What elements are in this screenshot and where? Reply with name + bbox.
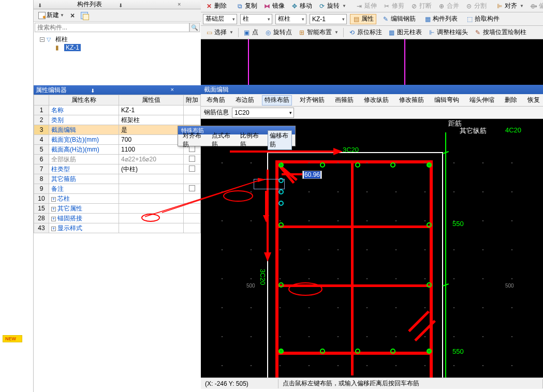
new-badge: NEW — [3, 335, 22, 342]
orig-annotate-button[interactable]: 原位标注 — [346, 27, 385, 38]
property-row[interactable]: 1 名称 KZ-1 — [34, 105, 201, 115]
delete-icon — [206, 3, 213, 10]
component-tree[interactable]: − 框柱 KZ-1 — [34, 33, 201, 85]
col-table-button[interactable]: 图元柱表 — [386, 27, 424, 38]
section-tabs: 布角筋布边筋特殊布筋对齐钢筋画箍筋修改纵筋修改箍筋编辑弯钩端头伸缩删除恢复 — [201, 94, 543, 107]
select-button[interactable]: 选择▼ — [203, 27, 236, 38]
offset-icon — [530, 3, 537, 10]
break-icon — [410, 3, 418, 10]
property-row[interactable]: 6 全部纵筋 4⌀22+16⌀20 — [34, 155, 201, 164]
property-editor-title: 属性编辑器 × — [34, 85, 201, 95]
draw-by-wall-button[interactable]: 按墙位置绘制柱 — [472, 27, 529, 38]
property-row[interactable]: 3 截面编辑 是 — [34, 125, 201, 135]
search-button[interactable]: 🔍 — [189, 23, 200, 32]
component-combo[interactable]: KZ-1 — [310, 14, 347, 24]
section-canvas[interactable]: 550 550 3C20 其它纵筋 4C20 距筋 3C20 500 500 6… — [201, 119, 543, 378]
delete-button[interactable]: 删除 — [203, 1, 229, 11]
property-row[interactable]: 8 其它箍筋 — [34, 174, 201, 184]
component-list-panel: 构件列表 × 新建 ▼ × 🔍 − 框柱 KZ-1 — [34, 0, 201, 85]
popup-item[interactable]: 对齐布筋 — [181, 131, 205, 149]
popup-item[interactable]: 偏移布筋 — [268, 130, 292, 150]
section-tab[interactable]: 编辑弯钩 — [432, 95, 462, 105]
delete-button[interactable]: × — [68, 10, 77, 21]
subtype-combo[interactable]: 框柱 — [275, 14, 306, 24]
rotate-button[interactable]: 旋转▼ — [316, 1, 349, 11]
move-icon — [291, 3, 298, 10]
new-icon — [38, 12, 46, 19]
property-row[interactable]: 43 +显示样式 — [34, 223, 201, 233]
property-table: 属性名称 属性值 附加 1 名称 KZ-1 2 类别 框架柱 3 截面编辑 是 … — [34, 95, 201, 233]
select-icon — [206, 29, 213, 36]
pin-icon[interactable] — [38, 2, 77, 8]
tree-node-kz1[interactable]: KZ-1 — [36, 43, 199, 52]
section-tab[interactable]: 画箍筋 — [332, 95, 356, 105]
property-row[interactable]: 4 截面宽(B边)(mm) 700 — [34, 135, 201, 145]
search-input[interactable] — [35, 23, 189, 32]
move-button[interactable]: 移动 — [288, 1, 315, 11]
section-tab[interactable]: 恢复 — [525, 95, 542, 105]
smart-layout-button[interactable]: 智能布置▼ — [296, 27, 341, 38]
copy-button[interactable]: 复制 — [233, 1, 260, 11]
table-icon — [388, 29, 395, 36]
property-row[interactable]: 10 +芯柱 — [34, 194, 201, 204]
offset-input[interactable]: 60.96 — [302, 171, 322, 179]
copy-button[interactable] — [78, 10, 91, 21]
pick-icon — [466, 16, 473, 23]
property-row[interactable]: 7 柱类型 (中柱) — [34, 164, 201, 174]
property-icon — [353, 16, 360, 23]
property-row[interactable]: 9 备注 — [34, 184, 201, 194]
edit-rebar-button[interactable]: 编辑钢筋 — [379, 14, 418, 24]
property-row[interactable]: 5 截面高(H边)(mm) 1100 — [34, 145, 201, 155]
close-icon[interactable]: × — [146, 87, 199, 93]
section-editor-title: 截面编辑 — [201, 85, 543, 94]
break-button: 打断 — [408, 1, 434, 11]
section-tab[interactable]: 对齐钢筋 — [297, 95, 327, 105]
special-rebar-popup: 特殊布筋 对齐布筋点式布筋比例布筋偏移布筋 — [178, 126, 296, 146]
close-icon[interactable]: × — [159, 2, 199, 8]
property-button[interactable]: 属性 — [350, 14, 376, 24]
plan-canvas[interactable] — [201, 39, 543, 85]
rebar-combo[interactable]: 1C20 — [232, 108, 294, 118]
rotate-icon — [318, 3, 326, 10]
property-row[interactable]: 28 +锚固搭接 — [34, 214, 201, 223]
section-tab[interactable]: 布角筋 — [204, 95, 228, 105]
section-tab[interactable]: 特殊布筋 — [262, 95, 292, 105]
pick-component-button[interactable]: 拾取构件 — [463, 14, 502, 24]
section-tab[interactable]: 布边筋 — [233, 95, 257, 105]
floor-combo[interactable]: 基础层 — [203, 14, 237, 24]
list-icon — [424, 16, 431, 23]
annotation-arrow — [264, 252, 271, 262]
collapse-icon[interactable]: − — [40, 37, 45, 42]
hint-text: 点击鼠标左键布筋，或输入偏移距离后按回车布筋 — [278, 379, 543, 388]
section-tab[interactable]: 端头伸缩 — [467, 95, 497, 105]
align-button[interactable]: 对齐▼ — [493, 1, 526, 11]
adjust-end-button[interactable]: 调整柱端头 — [425, 27, 471, 38]
section-tab[interactable]: 修改纵筋 — [361, 95, 391, 105]
rebar-label-top-right: 距筋 — [448, 119, 462, 128]
rotate-point-button[interactable]: 旋转点 — [262, 27, 295, 38]
property-row[interactable]: 2 类别 框架柱 — [34, 115, 201, 125]
property-row[interactable]: 15 +其它属性 — [34, 204, 201, 214]
point-icon — [243, 29, 251, 36]
extend-button: 延伸 — [353, 1, 379, 11]
top-toolbar: 删除 复制 镜像 移动 旋转▼ 延伸 修剪 打断 合并 分割 对齐▼ 偏移 — [201, 0, 543, 12]
split-button: 分割 — [463, 1, 489, 11]
mirror-button[interactable]: 镜像 — [261, 1, 287, 11]
pin-icon[interactable] — [119, 2, 158, 8]
pin-icon[interactable] — [91, 87, 143, 93]
component-list-button[interactable]: 构件列表 — [421, 14, 460, 24]
popup-item[interactable]: 点式布筋 — [210, 131, 234, 149]
copy-icon — [236, 3, 243, 10]
split-icon — [465, 3, 473, 10]
section-tab[interactable]: 修改箍筋 — [397, 95, 427, 105]
coord-display: (X: -246 Y: 505) — [201, 379, 278, 388]
point-button[interactable]: 点 — [241, 27, 261, 38]
new-button[interactable]: 新建 ▼ — [36, 10, 67, 21]
extend-icon — [356, 3, 363, 10]
popup-item[interactable]: 比例布筋 — [239, 131, 262, 149]
merge-icon — [438, 3, 445, 10]
section-tab[interactable]: 删除 — [502, 95, 520, 105]
status-bar: (X: -246 Y: 505) 点击鼠标左键布筋，或输入偏移距离后按回车布筋 — [201, 378, 543, 389]
category-combo[interactable]: 柱 — [240, 14, 272, 24]
tree-node-root[interactable]: − 框柱 — [36, 35, 199, 43]
